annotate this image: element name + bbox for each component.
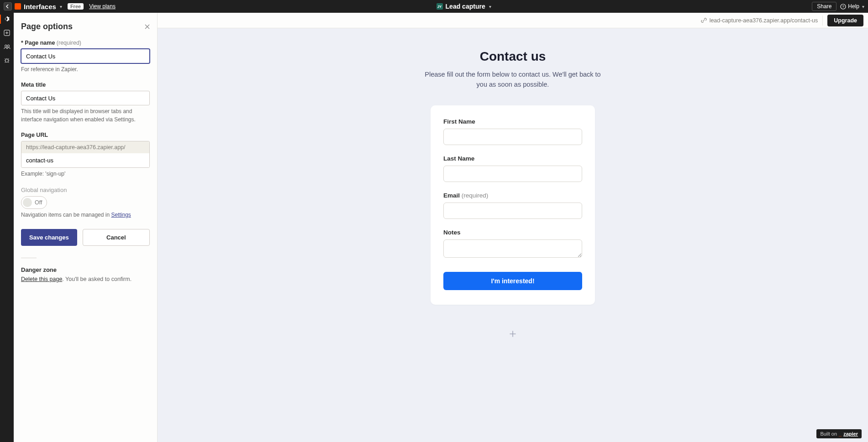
toggle-state: Off bbox=[35, 199, 42, 206]
nav-users[interactable] bbox=[0, 43, 14, 50]
upgrade-button[interactable]: Upgrade bbox=[827, 15, 863, 26]
settings-link[interactable]: Settings bbox=[111, 212, 131, 218]
email-label: Email (required) bbox=[443, 192, 582, 199]
plus-icon bbox=[509, 330, 516, 338]
chevron-down-icon: ▾ bbox=[862, 4, 864, 9]
built-on-badge[interactable]: Built on _zapier bbox=[816, 429, 862, 438]
topbar: Interfaces ▾ Free View plans JY Lead cap… bbox=[0, 0, 868, 13]
divider bbox=[822, 16, 823, 26]
topbar-right: Share ? Help ▾ bbox=[812, 2, 864, 11]
delete-page-link[interactable]: Delete this page bbox=[21, 276, 62, 282]
last-name-field: Last Name bbox=[443, 155, 582, 182]
zapier-logo-icon bbox=[15, 3, 21, 10]
last-name-label: Last Name bbox=[443, 155, 582, 162]
canvas: Contact us Please fill out the form belo… bbox=[158, 28, 868, 442]
first-name-field: First Name bbox=[443, 118, 582, 145]
notes-label: Notes bbox=[443, 229, 582, 236]
meta-title-input[interactable] bbox=[21, 91, 150, 105]
svg-point-4 bbox=[7, 45, 9, 47]
close-icon bbox=[145, 24, 150, 29]
contact-form-card: First Name Last Name Email (required) No… bbox=[431, 105, 595, 305]
page-name-label: * Page name (required) bbox=[21, 40, 150, 46]
page-name-field: * Page name (required) For reference in … bbox=[21, 40, 150, 73]
danger-zone: Danger zone Delete this page. You'll be … bbox=[21, 266, 150, 282]
app-name[interactable]: Lead capture bbox=[446, 3, 485, 10]
topbar-center: JY Lead capture ▾ bbox=[116, 3, 812, 10]
danger-zone-text: Delete this page. You'll be asked to con… bbox=[21, 276, 150, 282]
last-name-input[interactable] bbox=[443, 166, 582, 182]
share-button[interactable]: Share bbox=[812, 2, 836, 11]
page-url-preview[interactable]: lead-capture-aea376.zapier.app/contact-u… bbox=[701, 17, 818, 24]
page-heading: Contact us bbox=[480, 49, 546, 64]
user-avatar: JY bbox=[437, 3, 443, 10]
nav-add[interactable] bbox=[0, 29, 14, 36]
notes-field: Notes bbox=[443, 229, 582, 259]
page-url-prefix: https://lead-capture-aea376.zapier.app/ bbox=[21, 141, 149, 153]
page-subtitle: Please fill out the form below to contac… bbox=[421, 69, 604, 90]
arrow-left-icon bbox=[5, 4, 10, 9]
help-label: Help bbox=[848, 3, 859, 10]
page-url-field: Page URL https://lead-capture-aea376.zap… bbox=[21, 132, 150, 178]
view-plans-link[interactable]: View plans bbox=[89, 3, 116, 10]
sub-header: lead-capture-aea376.zapier.app/contact-u… bbox=[158, 13, 868, 28]
nav-debug[interactable] bbox=[0, 57, 14, 64]
svg-text:?: ? bbox=[842, 5, 845, 9]
bug-icon bbox=[3, 57, 11, 64]
meta-title-help: This title will be displayed in browser … bbox=[21, 108, 150, 124]
submit-button[interactable]: I'm interested! bbox=[443, 272, 582, 290]
help-menu[interactable]: ? Help ▾ bbox=[840, 3, 864, 10]
first-name-label: First Name bbox=[443, 118, 582, 125]
page-options-panel: Page options * Page name (required) For … bbox=[14, 13, 158, 442]
page-url-help: Example: 'sign-up' bbox=[21, 170, 150, 178]
back-button[interactable] bbox=[4, 2, 12, 10]
plus-box-icon bbox=[3, 29, 11, 36]
nav-settings[interactable] bbox=[0, 16, 14, 23]
divider bbox=[21, 258, 37, 258]
help-icon: ? bbox=[840, 4, 846, 10]
meta-title-field: Meta title This title will be displayed … bbox=[21, 82, 150, 124]
email-field: Email (required) bbox=[443, 192, 582, 219]
global-nav-field: Global navigation Off Navigation items c… bbox=[21, 187, 150, 219]
action-buttons: Save changes Cancel bbox=[21, 229, 150, 246]
global-nav-label: Global navigation bbox=[21, 187, 150, 193]
page-name-help: For reference in Zapier. bbox=[21, 66, 150, 73]
gear-icon bbox=[3, 16, 11, 23]
svg-point-3 bbox=[5, 45, 6, 47]
chevron-down-icon[interactable]: ▾ bbox=[60, 4, 62, 9]
cancel-button[interactable]: Cancel bbox=[83, 229, 150, 246]
brand-name: Interfaces bbox=[24, 3, 56, 10]
notes-textarea[interactable] bbox=[443, 239, 582, 258]
panel-title: Page options bbox=[21, 22, 73, 31]
underscore-icon: _ bbox=[839, 431, 842, 437]
nav-rail bbox=[0, 13, 14, 442]
topbar-left: Interfaces ▾ Free View plans bbox=[4, 2, 116, 10]
close-button[interactable] bbox=[145, 24, 150, 29]
plan-badge: Free bbox=[68, 3, 84, 10]
danger-zone-title: Danger zone bbox=[21, 266, 150, 273]
link-icon bbox=[701, 17, 707, 23]
svg-point-5 bbox=[5, 59, 8, 62]
page-url-box: https://lead-capture-aea376.zapier.app/ bbox=[21, 141, 150, 168]
users-icon bbox=[3, 43, 11, 50]
page-url-slug-input[interactable] bbox=[21, 153, 149, 167]
main-area: lead-capture-aea376.zapier.app/contact-u… bbox=[158, 13, 868, 442]
meta-title-label: Meta title bbox=[21, 82, 150, 88]
global-nav-toggle[interactable]: Off bbox=[21, 196, 47, 209]
add-block-button[interactable] bbox=[506, 328, 519, 340]
email-input[interactable] bbox=[443, 203, 582, 219]
first-name-input[interactable] bbox=[443, 129, 582, 145]
global-nav-help: Navigation items can be managed in Setti… bbox=[21, 211, 150, 219]
save-button[interactable]: Save changes bbox=[21, 229, 77, 246]
page-name-input[interactable] bbox=[21, 49, 150, 63]
page-url-label: Page URL bbox=[21, 132, 150, 138]
chevron-down-icon[interactable]: ▾ bbox=[489, 4, 491, 9]
toggle-knob bbox=[23, 198, 32, 207]
